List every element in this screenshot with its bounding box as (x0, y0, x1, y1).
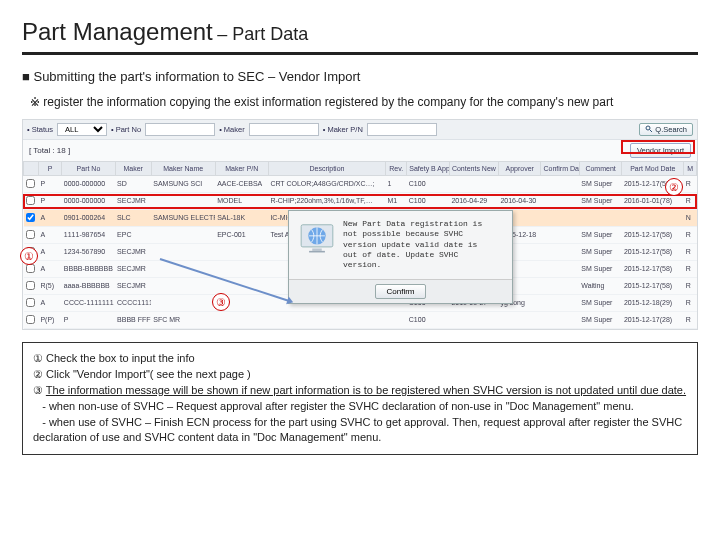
table-cell: SM Super (579, 243, 622, 260)
table-cell: R (684, 294, 697, 311)
table-cell: 2015-12-17(58) (622, 243, 684, 260)
table-cell: 1 (386, 175, 407, 192)
table-cell: P (62, 311, 115, 328)
section-note: ※ register the information copying the e… (30, 94, 698, 111)
table-cell: CRT COLOR;A48GG/CRD/XC…; (268, 175, 385, 192)
callout-2: ② (665, 178, 683, 196)
row-checkbox[interactable] (26, 281, 35, 290)
table-header-cell: Rev. (386, 161, 407, 175)
svg-line-1 (650, 130, 653, 133)
table-cell: P (38, 175, 61, 192)
table-cell: SECJMR (115, 192, 151, 209)
table-row: P(P)PBBBB FFFFFFSFC MRC100SM Super2015-1… (24, 311, 697, 328)
makerpn-label: • Maker P/N (323, 125, 363, 134)
table-header-cell (24, 161, 39, 175)
table-cell (24, 277, 39, 294)
table-cell: MODEL (215, 192, 268, 209)
table-cell (449, 175, 498, 192)
table-cell: SM Super (579, 226, 622, 243)
table-cell: A (38, 294, 61, 311)
title-divider (22, 52, 698, 55)
table-cell: R (684, 226, 697, 243)
table-cell (541, 192, 579, 209)
table-cell (622, 209, 684, 226)
row-checkbox[interactable] (26, 196, 35, 205)
table-cell: R (684, 277, 697, 294)
table-cell: M1 (386, 192, 407, 209)
table-cell (24, 311, 39, 328)
row-checkbox[interactable] (26, 179, 35, 188)
popup-message: New Part Data registration is not possib… (343, 219, 482, 271)
partno-input[interactable] (145, 123, 215, 136)
row-checkbox[interactable] (26, 264, 35, 273)
table-cell: BBBB FFFFFF (115, 311, 151, 328)
app-screenshot: • Status ALL • Part No • Maker • Maker P… (22, 119, 698, 330)
table-cell (24, 192, 39, 209)
table-cell (449, 311, 498, 328)
table-cell: A (38, 209, 61, 226)
table-cell: 0000-000000 (62, 175, 115, 192)
row-checkbox[interactable] (26, 213, 35, 222)
table-cell: 2015-12-17(58) (622, 277, 684, 294)
makerpn-input[interactable] (367, 123, 437, 136)
table-cell: EPC-001 (215, 226, 268, 243)
table-cell: R (684, 260, 697, 277)
callout-3: ③ (212, 293, 230, 311)
table-cell: 1234-567890 (62, 243, 115, 260)
table-header-cell: Maker P/N (215, 161, 268, 175)
table-cell: aaaa-BBBBBB (62, 277, 115, 294)
vendor-import-button[interactable]: Vendor Import (630, 143, 691, 158)
row-checkbox[interactable] (26, 315, 35, 324)
popup-confirm-button[interactable]: Confirm (375, 284, 425, 299)
table-cell (541, 294, 579, 311)
table-header-cell: Maker (115, 161, 151, 175)
table-cell (541, 311, 579, 328)
table-cell: BBBB-BBBBBB (62, 260, 115, 277)
table-cell: 1111-987654 (62, 226, 115, 243)
table-cell (541, 277, 579, 294)
table-cell: SAL-18K (215, 209, 268, 226)
table-cell (541, 175, 579, 192)
table-cell: SECJMR (115, 277, 151, 294)
maker-input[interactable] (249, 123, 319, 136)
table-cell: SFC MR (151, 311, 215, 328)
table-cell: 2016-04-29 (449, 192, 498, 209)
table-header-cell: Part Mod Date (622, 161, 684, 175)
table-cell (24, 294, 39, 311)
table-header-cell: Contents New (449, 161, 498, 175)
table-cell (151, 277, 215, 294)
table-cell: P(P) (38, 311, 61, 328)
table-cell (215, 311, 268, 328)
row-checkbox[interactable] (26, 230, 35, 239)
svg-rect-5 (309, 251, 325, 253)
table-cell (541, 226, 579, 243)
table-cell (498, 311, 541, 328)
table-cell: SM Super (579, 260, 622, 277)
table-header-cell: Safety B Approval (407, 161, 450, 175)
table-cell: AACE-CEBSA (215, 175, 268, 192)
search-icon (645, 125, 653, 133)
table-cell: C100 (407, 192, 450, 209)
row-checkbox[interactable] (26, 298, 35, 307)
table-cell: 2015-12-17(58) (622, 226, 684, 243)
legend-line-2: ② Click "Vendor Import"( see the next pa… (33, 367, 687, 383)
table-cell: R-CHIP;220ohm,3%,1/16w,TF,… (268, 192, 385, 209)
table-cell: C100 (407, 311, 450, 328)
table-cell: 2015-12-17(28) (622, 311, 684, 328)
total-count: [ Total : 18 ] (29, 146, 70, 155)
table-cell (215, 243, 268, 260)
table-cell: SM Super (579, 175, 622, 192)
table-cell: SAMSUNG SCI (151, 175, 215, 192)
search-button[interactable]: Q.Search (639, 123, 693, 136)
table-cell (541, 209, 579, 226)
table-cell (151, 294, 215, 311)
legend-box: ① Check the box to input the info ② Clic… (22, 342, 698, 456)
table-cell: SECJMR (115, 260, 151, 277)
table-cell (151, 226, 215, 243)
table-cell: 0901-000264 (62, 209, 115, 226)
table-cell: Waiting (579, 277, 622, 294)
table-cell: A (38, 243, 61, 260)
status-select[interactable]: ALL (57, 123, 107, 136)
legend-line-5: - when use of SVHC – Finish ECN process … (33, 415, 687, 447)
legend-line-4: - when non-use of SVHC – Request approva… (33, 399, 687, 415)
